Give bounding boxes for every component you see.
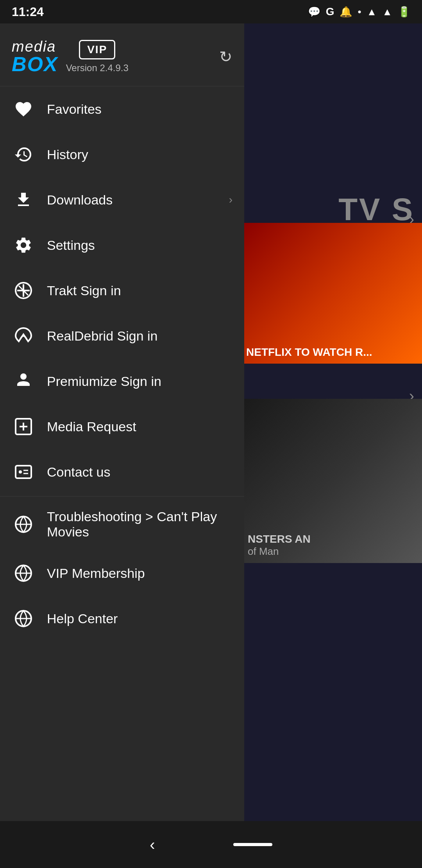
menu-item-downloads[interactable]: Downloads ›	[0, 177, 244, 222]
vip-membership-label: VIP Membership	[47, 566, 145, 581]
wifi-icon: ▲	[367, 6, 377, 18]
google-icon: G	[326, 5, 334, 18]
menu-item-realdebrid[interactable]: RealDebrid Sign in	[0, 313, 244, 359]
globe-icon-help	[12, 607, 35, 630]
bg-thumbnail-1: NETFLIX TO WATCH R...	[242, 223, 422, 364]
home-indicator[interactable]	[233, 843, 272, 846]
movie-subtitle: of Man	[248, 545, 417, 558]
menu-item-contact[interactable]: Contact us	[0, 449, 244, 495]
realdebrid-label: RealDebrid Sign in	[47, 328, 158, 344]
dot-icon: •	[358, 6, 361, 18]
logo-box: BOX	[12, 54, 58, 74]
logo-media: media	[12, 39, 58, 54]
globe-icon-troubleshooting	[12, 513, 35, 536]
media-request-label: Media Request	[47, 419, 136, 434]
version-text: Version 2.4.9.3	[66, 63, 129, 74]
svg-rect-7	[16, 466, 31, 478]
downloads-label: Downloads	[47, 192, 113, 208]
menu-item-favorites[interactable]: Favorites	[0, 86, 244, 132]
netflix-label: NETFLIX TO WATCH R...	[246, 344, 372, 360]
bg-thumbnail-2: NSTERS AN of Man	[242, 399, 422, 563]
contact-icon	[12, 460, 35, 484]
message-icon: 💬	[308, 6, 320, 18]
menu-item-trakt[interactable]: Trakt Sign in	[0, 268, 244, 313]
help-center-label: Help Center	[47, 611, 118, 626]
signal-icon: ▲	[382, 6, 392, 18]
vip-section[interactable]: VIP Version 2.4.9.3	[66, 40, 129, 74]
favorites-label: Favorites	[47, 102, 102, 117]
history-icon	[12, 143, 35, 166]
back-button[interactable]: ‹	[150, 836, 155, 854]
download-icon	[12, 188, 35, 212]
svg-point-8	[19, 470, 22, 473]
history-label: History	[47, 147, 88, 162]
menu-item-vip[interactable]: VIP Membership	[0, 551, 244, 596]
logo-text: media BOX	[12, 39, 58, 74]
settings-label: Settings	[47, 238, 95, 253]
menu-item-help[interactable]: Help Center	[0, 596, 244, 641]
trakt-icon	[12, 279, 35, 302]
status-icons: 💬 G 🔔 • ▲ ▲ 🔋	[308, 5, 410, 18]
globe-icon-vip	[12, 561, 35, 585]
status-time: 11:24	[12, 5, 44, 19]
menu-divider	[0, 496, 244, 497]
vip-badge[interactable]: VIP	[79, 40, 115, 59]
movie-title: NSTERS AN	[248, 533, 417, 545]
realdebrid-icon	[12, 324, 35, 348]
menu-item-history[interactable]: History	[0, 132, 244, 177]
notification-icon: 🔔	[340, 6, 352, 18]
trakt-label: Trakt Sign in	[47, 283, 121, 298]
downloads-arrow: ›	[229, 194, 232, 206]
app-logo: media BOX	[12, 39, 58, 74]
settings-icon	[12, 233, 35, 257]
navigation-drawer: media BOX VIP Version 2.4.9.3 ↻ Favorite…	[0, 23, 244, 868]
menu-item-media-request[interactable]: Media Request	[0, 404, 244, 449]
person-icon	[12, 369, 35, 393]
menu-item-troubleshooting[interactable]: Troubleshooting > Can't Play Movies	[0, 498, 244, 551]
bottom-nav-bar: ‹	[0, 821, 422, 868]
menu-item-settings[interactable]: Settings	[0, 222, 244, 268]
heart-icon	[12, 97, 35, 121]
premiumize-label: Premiumize Sign in	[47, 374, 161, 389]
media-request-icon	[12, 415, 35, 438]
background-content: TV S › NETFLIX TO WATCH R... › NSTERS AN…	[242, 23, 422, 821]
menu-item-premiumize[interactable]: Premiumize Sign in	[0, 359, 244, 404]
status-bar: 11:24 💬 G 🔔 • ▲ ▲ 🔋	[0, 0, 422, 23]
battery-icon: 🔋	[398, 6, 410, 18]
drawer-header: media BOX VIP Version 2.4.9.3 ↻	[0, 23, 244, 86]
refresh-button[interactable]: ↻	[219, 48, 232, 66]
troubleshooting-label: Troubleshooting > Can't Play Movies	[47, 509, 232, 540]
contact-label: Contact us	[47, 464, 111, 480]
